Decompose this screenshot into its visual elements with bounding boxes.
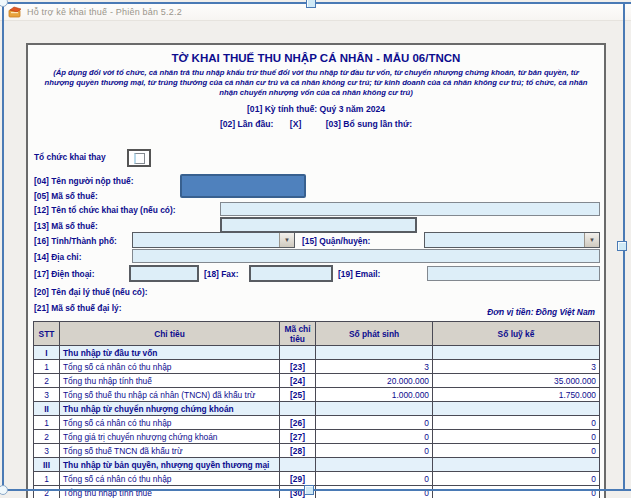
table-row: IIThu nhập từ chuyển nhượng chứng khoán <box>34 402 600 416</box>
field-label-18: [18] Fax: <box>204 269 238 279</box>
address-input[interactable] <box>132 249 600 263</box>
field-label-05: [05] Mã số thuế: <box>34 191 98 201</box>
table-header-row: STT Chỉ tiêu Mã chỉ tiêu Số phát sinh Số… <box>34 322 600 346</box>
cell-cumulative[interactable]: 0 <box>433 486 600 498</box>
cell-label: Tổng số cá nhân có thu nhập <box>60 416 280 430</box>
field-label-20: [20] Tên đại lý thuế (nếu có): <box>34 287 148 297</box>
cell-cumulative[interactable]: 0 <box>433 430 600 444</box>
declaration-type-line: [02] Lần đầu: [X] [03] Bổ sung lần thứ: <box>28 119 604 129</box>
cell-label: Thu nhập từ bản quyền, nhượng quyền thươ… <box>60 458 280 472</box>
cell-label: Thu nhập từ chuyển nhượng chứng khoán <box>60 402 280 416</box>
field-label-21: [21] Mã số thuế đại lý: <box>34 303 122 313</box>
checkbox-icon <box>134 153 145 164</box>
cell-cumulative[interactable]: 0 <box>433 472 600 486</box>
cell-cumulative <box>433 458 600 472</box>
cell-code: [26] <box>280 416 316 430</box>
app-icon <box>8 6 22 18</box>
district-dropdown[interactable]: ▼ <box>424 232 600 248</box>
cell-stt: 2 <box>34 486 60 498</box>
cell-amount <box>316 402 433 416</box>
cell-code: [24] <box>280 374 316 388</box>
cell-stt: 3 <box>34 388 60 402</box>
screen: Hỗ trợ kê khai thuế - Phiên bản 5.2.2 TỜ… <box>0 0 631 498</box>
fax-input[interactable] <box>249 265 333 282</box>
form-subtitle: (Áp dụng đối với tổ chức, cá nhân trả th… <box>42 68 590 98</box>
taxpayer-name-field[interactable] <box>180 174 306 198</box>
email-input[interactable] <box>427 266 600 281</box>
field-label-12: [12] Tên tổ chức khai thay (nếu có): <box>34 205 175 215</box>
field-label-13: [13] Mã số thuế: <box>34 221 98 231</box>
col-header-so-luy-ke: Số luỹ kế <box>433 322 600 346</box>
field-label-19: [19] Email: <box>338 269 380 279</box>
tax-period: [01] Kỳ tính thuế: Quý 3 năm 2024 <box>28 104 604 114</box>
resize-handle-bottom-center[interactable] <box>304 485 314 495</box>
org-declare-label: Tổ chức khai thay <box>34 152 106 162</box>
field-label-14: [14] Địa chỉ: <box>34 252 81 262</box>
table-row: IIIThu nhập từ bản quyền, nhượng quyền t… <box>34 458 600 472</box>
table-row: 1Tổng số cá nhân có thu nhập[23]33 <box>34 360 600 374</box>
table-row: 2Tổng thu nhập tính thuế[24]20.000.00035… <box>34 374 600 388</box>
cell-amount[interactable]: 0 <box>316 416 433 430</box>
cell-code: [25] <box>280 388 316 402</box>
cell-label: Tổng số thuế TNCN đã khấu trừ <box>60 444 280 458</box>
phone-input[interactable] <box>129 265 199 282</box>
cell-amount[interactable]: 3 <box>316 360 433 374</box>
org-name-input[interactable] <box>220 202 600 216</box>
field-label-17: [17] Điện thoại: <box>34 269 95 279</box>
col-header-stt: STT <box>34 322 60 346</box>
resize-handle-right-middle[interactable] <box>617 241 627 251</box>
cell-label: Tổng số thuế thu nhập cá nhân (TNCN) đã … <box>60 388 280 402</box>
table-row: 1Tổng số cá nhân có thu nhập[29]00 <box>34 472 600 486</box>
currency-note: Đơn vị tiền: Đồng Việt Nam <box>487 307 595 317</box>
cell-stt: 1 <box>34 360 60 374</box>
cell-cumulative[interactable]: 35.000.000 <box>433 374 600 388</box>
cell-amount[interactable]: 0 <box>316 430 433 444</box>
field-label-04: [04] Tên người nộp thuế: <box>34 176 133 186</box>
cell-amount[interactable]: 0 <box>316 444 433 458</box>
field-label-15: [15] Quận/huyện: <box>302 236 370 246</box>
col-header-so-phat-sinh: Số phát sinh <box>316 322 433 346</box>
cell-label: Tổng số cá nhân có thu nhập <box>60 472 280 486</box>
cell-code: [29] <box>280 472 316 486</box>
cell-label: Tổng thu nhập tính thuế <box>60 374 280 388</box>
cell-amount[interactable]: 1.000.000 <box>316 388 433 402</box>
cell-amount[interactable]: 0 <box>316 472 433 486</box>
org-declare-checkbox[interactable] <box>127 149 151 167</box>
resize-handle-top-center[interactable] <box>306 0 316 8</box>
cell-code: [27] <box>280 430 316 444</box>
cell-cumulative[interactable]: 1.750.000 <box>433 388 600 402</box>
cell-amount[interactable]: 0 <box>316 486 433 498</box>
table-row: 1Tổng số cá nhân có thu nhập[26]00 <box>34 416 600 430</box>
table-row: 3Tổng số thuế thu nhập cá nhân (TNCN) đã… <box>34 388 600 402</box>
table-row: 2Tổng giá trị chuyển nhượng chứng khoán[… <box>34 430 600 444</box>
cell-amount[interactable]: 20.000.000 <box>316 374 433 388</box>
cell-stt: II <box>34 402 60 416</box>
table-row: 2Tổng thu nhập tính thuế[30]00 <box>34 486 600 498</box>
col-header-ma-chi-tieu: Mã chỉ tiêu <box>280 322 316 346</box>
cell-code <box>280 402 316 416</box>
cell-amount <box>316 346 433 360</box>
cell-code: [23] <box>280 360 316 374</box>
cell-stt: 3 <box>34 444 60 458</box>
chevron-down-icon[interactable]: ▼ <box>279 233 294 247</box>
cell-stt: III <box>34 458 60 472</box>
first-time-checkbox-value[interactable]: [X] <box>290 119 301 129</box>
cell-label: Tổng số cá nhân có thu nhập <box>60 360 280 374</box>
cell-cumulative[interactable]: 0 <box>433 416 600 430</box>
cell-cumulative <box>433 346 600 360</box>
col-header-chi-tieu: Chỉ tiêu <box>60 322 280 346</box>
province-dropdown[interactable]: ▼ <box>132 232 295 248</box>
cell-label: Thu nhập từ đầu tư vốn <box>60 346 280 360</box>
selection-border-bottom <box>0 489 631 491</box>
cell-label: Tổng giá trị chuyển nhượng chứng khoán <box>60 430 280 444</box>
org-taxcode-input[interactable] <box>220 217 417 233</box>
cell-code <box>280 346 316 360</box>
cell-cumulative[interactable]: 0 <box>433 444 600 458</box>
table-row: 3Tổng số thuế TNCN đã khấu trừ[28]00 <box>34 444 600 458</box>
cell-stt: 2 <box>34 430 60 444</box>
window-title: Hỗ trợ kê khai thuế - Phiên bản 5.2.2 <box>27 7 182 17</box>
cell-cumulative[interactable]: 3 <box>433 360 600 374</box>
chevron-down-icon[interactable]: ▼ <box>584 233 599 247</box>
tax-form-panel: TỜ KHAI THUẾ THU NHẬP CÁ NHÂN - MẪU 06/T… <box>26 43 606 498</box>
resize-handle-bottom-left[interactable] <box>0 485 8 495</box>
